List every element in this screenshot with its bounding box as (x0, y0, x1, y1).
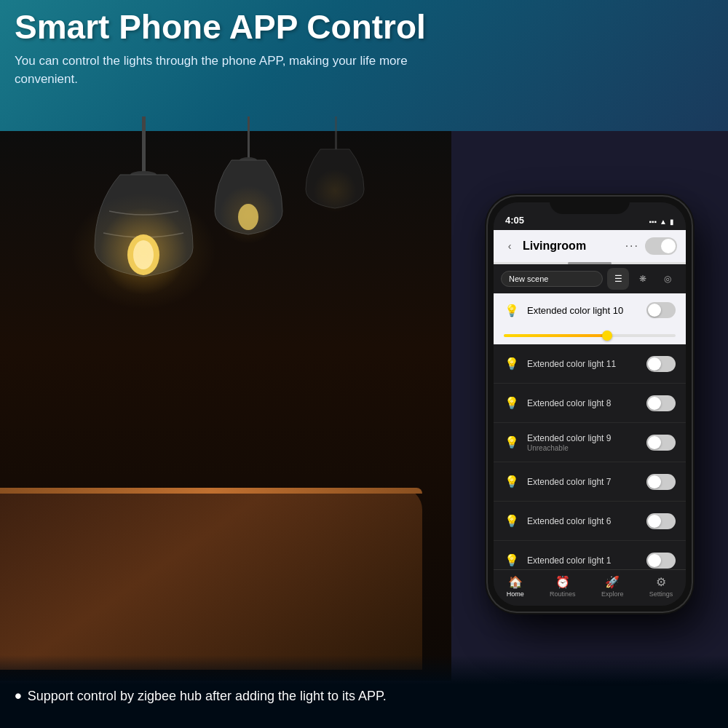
nav-label-settings: Settings (649, 590, 673, 598)
selected-light-name: Extended color light 10 (527, 305, 639, 316)
bulb-icon-3: 💡 (504, 474, 520, 490)
phone-notch (550, 197, 630, 214)
bulb-icon-2: 💡 (504, 435, 520, 451)
light-list-item[interactable]: 💡Extended color light 11 (494, 344, 686, 384)
light-name-2: Extended color light 9 (527, 433, 639, 443)
nav-item-explore[interactable]: 🚀Explore (601, 575, 624, 598)
nav-icon-routines: ⏰ (555, 575, 570, 589)
light-list-item[interactable]: 💡Extended color light 8 (494, 384, 686, 423)
svg-point-5 (71, 193, 216, 309)
light-sub-2: Unreachable (527, 444, 639, 452)
app-header: ‹ Livingroom ··· (494, 230, 686, 262)
nav-label-routines: Routines (550, 590, 576, 598)
bulb-icon-1: 💡 (504, 395, 520, 411)
bar-counter (0, 488, 422, 670)
color-icon: ◎ (664, 274, 671, 284)
bottom-bullet-text: • Support control by zigbee hub after ad… (15, 686, 387, 706)
color-wheel-button[interactable]: ◎ (657, 268, 678, 290)
light-name-1: Extended color light 8 (527, 398, 639, 408)
light-info-3: Extended color light 7 (527, 477, 639, 487)
selected-light-row: 💡 Extended color light 10 (494, 293, 686, 327)
light-toggle-3[interactable] (646, 474, 676, 490)
palette-icon: ❋ (639, 274, 646, 284)
battery-icon: ▮ (670, 218, 674, 226)
light-name-0: Extended color light 11 (527, 359, 639, 369)
list-view-button[interactable]: ☰ (607, 268, 629, 290)
header-content: Smart Phone APP Control You can control … (15, 9, 426, 89)
light-toggle-5[interactable] (646, 553, 676, 569)
brightness-fill (504, 334, 607, 337)
nav-icon-settings: ⚙ (656, 575, 666, 589)
bottom-nav: 🏠Home⏰Routines🚀Explore⚙Settings (494, 569, 686, 606)
bulb-icon-0: 💡 (504, 356, 520, 372)
phone-frame: 4:05 ▪▪▪ ▲ ▮ ‹ Livingroom ··· (488, 197, 692, 612)
list-icon: ☰ (614, 274, 622, 284)
selected-light-toggle[interactable] (646, 302, 676, 318)
light-name-4: Extended color light 6 (527, 516, 639, 526)
more-options-button[interactable]: ··· (625, 240, 639, 253)
signal-icon: ▪▪▪ (649, 218, 657, 226)
status-icons: ▪▪▪ ▲ ▮ (649, 218, 674, 226)
bullet-point: • (15, 686, 22, 706)
phone-screen: 4:05 ▪▪▪ ▲ ▮ ‹ Livingroom ··· (494, 202, 686, 606)
light-toggle-0[interactable] (646, 356, 676, 372)
new-scene-button[interactable]: New scene (501, 271, 603, 287)
nav-label-home: Home (507, 590, 524, 598)
light-list-item[interactable]: 💡Extended color light 9Unreachable (494, 423, 686, 462)
nav-item-routines[interactable]: ⏰Routines (550, 575, 576, 598)
light-info-0: Extended color light 11 (527, 359, 639, 369)
nav-item-settings[interactable]: ⚙Settings (649, 575, 673, 598)
svg-point-11 (313, 169, 357, 213)
svg-rect-10 (335, 116, 337, 149)
palette-button[interactable]: ❋ (632, 268, 654, 290)
selected-light-panel: 💡 Extended color light 10 (494, 293, 686, 344)
page-subtitle: You can control the lights through the p… (15, 52, 422, 89)
status-time: 4:05 (505, 215, 524, 226)
light-list-item[interactable]: 💡Extended color light 6 (494, 502, 686, 541)
nav-icon-home: 🏠 (508, 575, 523, 589)
light-info-5: Extended color light 1 (527, 555, 639, 566)
phone-mockup: 4:05 ▪▪▪ ▲ ▮ ‹ Livingroom ··· (488, 197, 706, 612)
brightness-bar (494, 327, 686, 344)
bulb-icon-selected: 💡 (504, 302, 520, 318)
brightness-track (504, 334, 676, 337)
light-list-item[interactable]: 💡Extended color light 1 (494, 541, 686, 569)
bottom-section: • Support control by zigbee hub after ad… (0, 655, 728, 728)
room-toggle[interactable] (645, 237, 677, 255)
light-name-3: Extended color light 7 (527, 477, 639, 487)
light-info-1: Extended color light 8 (527, 398, 639, 408)
back-button[interactable]: ‹ (502, 239, 517, 253)
light-name-5: Extended color light 1 (527, 555, 639, 566)
light-toggle-1[interactable] (646, 395, 676, 411)
light-toggle-2[interactable] (646, 435, 676, 451)
nav-label-explore: Explore (601, 590, 624, 598)
bulb-icon-4: 💡 (504, 513, 520, 529)
svg-rect-0 (142, 116, 146, 175)
nav-item-home[interactable]: 🏠Home (507, 575, 524, 598)
light-info-4: Extended color light 6 (527, 516, 639, 526)
page-title: Smart Phone APP Control (15, 9, 426, 46)
app-room-title: Livingroom (523, 240, 620, 253)
brightness-thumb[interactable] (602, 331, 612, 341)
counter-rail (0, 488, 422, 494)
svg-point-9 (238, 204, 258, 230)
light-list: 💡Extended color light 11💡Extended color … (494, 344, 686, 569)
toolbar: New scene ☰ ❋ ◎ (494, 264, 686, 293)
bottom-description: Support control by zigbee hub after addi… (28, 689, 387, 704)
light-info-2: Extended color light 9Unreachable (527, 433, 639, 452)
wifi-icon: ▲ (660, 218, 667, 226)
light-toggle-4[interactable] (646, 513, 676, 529)
toolbar-icons: ☰ ❋ ◎ (607, 268, 678, 290)
svg-rect-6 (248, 116, 250, 160)
nav-icon-explore: 🚀 (605, 575, 620, 589)
bulb-icon-5: 💡 (504, 553, 520, 569)
light-list-item[interactable]: 💡Extended color light 7 (494, 462, 686, 502)
